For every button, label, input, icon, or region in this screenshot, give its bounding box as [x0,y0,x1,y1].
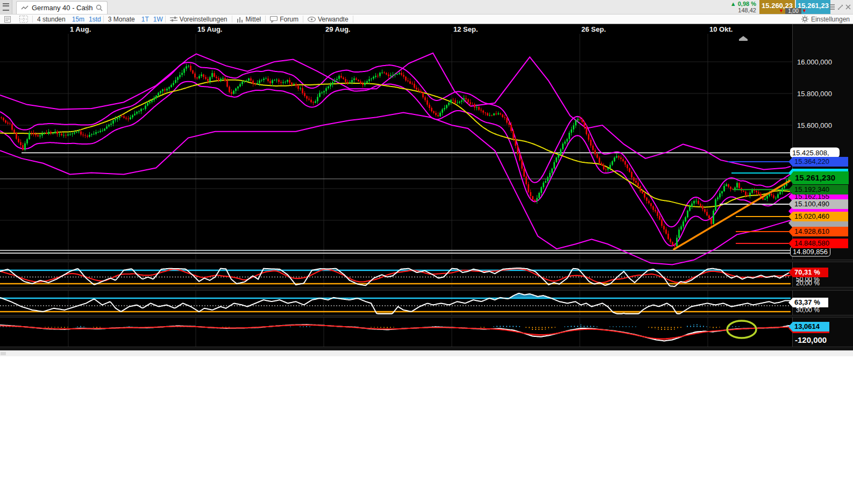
chart-canvas[interactable] [0,24,853,350]
sell-down-triangle-icon: ▼ [779,8,784,13]
range-1t-link[interactable]: 1T [139,15,151,24]
new-tab-button[interactable]: + [85,2,90,12]
sliders-icon [170,16,177,22]
tab-title: Germany 40 - Cash [32,4,93,12]
change-absolute: 148,42 [730,7,756,13]
verwandte-button[interactable]: Verwandte [303,15,353,24]
panel-menu-icon[interactable] [829,4,835,10]
search-icon[interactable] [96,4,103,11]
scrollbar-handle[interactable] [1,352,6,355]
up-triangle-icon: ▲ [730,1,736,7]
spread-badge: 1,00 [785,8,801,14]
mittel-button[interactable]: Mittel [232,15,266,24]
range-button[interactable]: 3 Monate [104,15,139,24]
bars-icon [237,16,244,23]
forum-button[interactable]: Forum [266,15,303,24]
change-percent: 0,98 % [738,1,756,7]
tab-bar: Germany 40 - Cash + ▲ 0,98 % 148,42 15.2… [0,0,853,15]
trading-app: Germany 40 - Cash + ▲ 0,98 % 148,42 15.2… [0,0,853,504]
news-list-button[interactable] [0,15,15,24]
speech-bubble-icon [270,16,278,23]
chart-region[interactable]: 1 Aug.15 Aug.29 Aug.12 Sep.26 Sep.10 Okt… [0,24,853,350]
presets-button[interactable]: Voreinstellungen [166,15,232,24]
main-menu-button[interactable] [0,0,12,14]
settings-button[interactable]: Einstellungen [801,15,850,24]
chart-tab[interactable]: Germany 40 - Cash [16,1,108,14]
line-chart-icon [21,5,29,11]
eye-icon [308,17,316,22]
timeframe-button[interactable]: 4 stunden [33,15,70,24]
expand-icon[interactable] [837,4,843,10]
timeframe-15m-link[interactable]: 15m [70,15,87,24]
range-1w-link[interactable]: 1W [151,15,165,24]
chart-toolbar: 4 stunden 15m 1std 3 Monate 1T 1W Vorein… [0,15,853,24]
buy-down-triangle-icon: ▼ [802,8,807,13]
layout-grid-button[interactable] [15,15,32,24]
close-icon[interactable] [845,4,851,10]
hamburger-icon [3,3,9,11]
horizontal-scrollbar[interactable] [0,350,853,356]
change-block: ▲ 0,98 % 148,42 [730,1,756,13]
timeframe-1std-link[interactable]: 1std [87,15,103,24]
gear-icon [801,16,808,23]
